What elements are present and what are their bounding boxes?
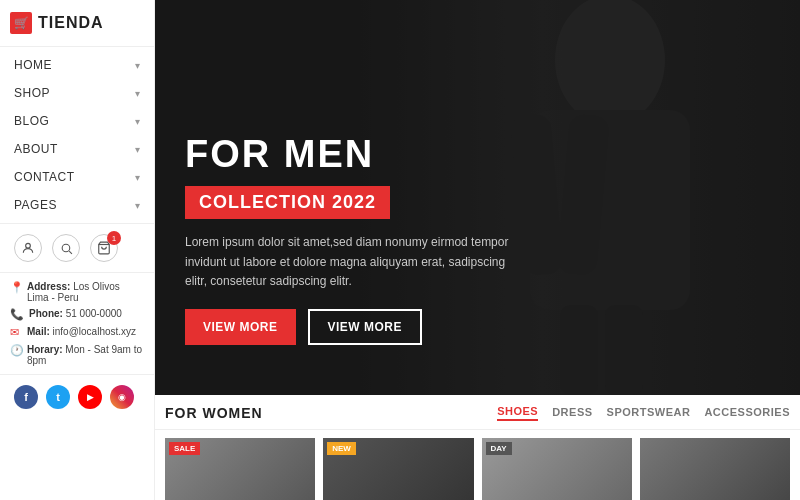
icon-bar: 1 — [0, 224, 154, 273]
phone-row: 📞 Phone: 51 000-0000 — [10, 308, 144, 321]
search-icon-button[interactable] — [52, 234, 80, 262]
product-thumb-4[interactable] — [640, 438, 790, 500]
chevron-down-icon: ▾ — [135, 88, 141, 99]
hero-collection-badge: COLLECTION 2022 — [185, 186, 390, 219]
logo-text: TIENDA — [38, 14, 104, 32]
nav-item-about[interactable]: ABOUT ▾ — [0, 135, 154, 163]
instagram-icon[interactable]: ◉ — [110, 385, 134, 409]
product-thumb-3[interactable]: DAY — [482, 438, 632, 500]
nav-item-home[interactable]: HOME ▾ — [0, 51, 154, 79]
user-icon-button[interactable] — [14, 234, 42, 262]
main-content: FOR MEN COLLECTION 2022 Lorem ipsum dolo… — [155, 0, 800, 500]
hero-description: Lorem ipsum dolor sit amet,sed diam nonu… — [185, 233, 525, 291]
day-badge-3: DAY — [486, 442, 512, 455]
product-thumb-2[interactable]: NEW — [323, 438, 473, 500]
hero-view-more-button-2[interactable]: VIEW MORE — [308, 309, 423, 345]
chevron-down-icon: ▾ — [135, 116, 141, 127]
mail-icon: ✉ — [10, 326, 22, 339]
nav-item-pages[interactable]: PAGES ▾ — [0, 191, 154, 219]
svg-line-2 — [69, 251, 72, 254]
svg-point-0 — [26, 243, 31, 248]
svg-point-1 — [62, 244, 70, 252]
women-section: FOR WOMEN SHOES DRESS SPORTSWEAR ACCESSO… — [155, 395, 800, 500]
twitter-icon[interactable]: t — [46, 385, 70, 409]
tab-sportswear[interactable]: SPORTSWEAR — [607, 406, 691, 420]
facebook-icon[interactable]: f — [14, 385, 38, 409]
nav-item-shop[interactable]: SHOP ▾ — [0, 79, 154, 107]
clock-icon: 🕐 — [10, 344, 22, 357]
hero-title: FOR MEN — [185, 133, 525, 176]
horary-row: 🕐 Horary: Mon - Sat 9am to 8pm — [10, 344, 144, 366]
chevron-down-icon: ▾ — [135, 144, 141, 155]
nav-item-blog[interactable]: BLOG ▾ — [0, 107, 154, 135]
cart-badge: 1 — [107, 231, 121, 245]
sale-badge-1: SALE — [169, 442, 200, 455]
nav-menu: HOME ▾ SHOP ▾ BLOG ▾ ABOUT ▾ CONTACT ▾ P… — [0, 47, 154, 224]
hero-content: FOR MEN COLLECTION 2022 Lorem ipsum dolo… — [185, 133, 525, 345]
contact-info-block: 📍 Address: Los Olivos Lima - Peru 📞 Phon… — [0, 273, 154, 375]
address-row: 📍 Address: Los Olivos Lima - Peru — [10, 281, 144, 303]
logo-area: 🛒 TIENDA — [0, 0, 154, 47]
tab-dress[interactable]: DRESS — [552, 406, 592, 420]
youtube-icon[interactable]: ▶ — [78, 385, 102, 409]
social-bar: f t ▶ ◉ — [0, 375, 154, 419]
section-title: FOR WOMEN — [165, 405, 263, 421]
sidebar: 🛒 TIENDA HOME ▾ SHOP ▾ BLOG ▾ ABOUT ▾ CO… — [0, 0, 155, 500]
mail-row: ✉ Mail: info@localhost.xyz — [10, 326, 144, 339]
nav-item-contact[interactable]: CONTACT ▾ — [0, 163, 154, 191]
address-icon: 📍 — [10, 281, 22, 294]
phone-icon: 📞 — [10, 308, 24, 321]
chevron-down-icon: ▾ — [135, 172, 141, 183]
tab-shoes[interactable]: SHOES — [497, 405, 538, 421]
category-tabs: SHOES DRESS SPORTSWEAR ACCESSORIES — [497, 405, 790, 421]
product-thumb-1[interactable]: SALE — [165, 438, 315, 500]
hero-buttons: VIEW MORE VIEW MORE — [185, 309, 525, 345]
tab-accessories[interactable]: ACCESSORIES — [704, 406, 790, 420]
product-row: SALE NEW DAY — [155, 430, 800, 500]
chevron-down-icon: ▾ — [135, 200, 141, 211]
hero-view-more-button-1[interactable]: VIEW MORE — [185, 309, 296, 345]
logo-icon: 🛒 — [10, 12, 32, 34]
hero-banner: FOR MEN COLLECTION 2022 Lorem ipsum dolo… — [155, 0, 800, 395]
cart-icon-button[interactable]: 1 — [90, 234, 118, 262]
section-header: FOR WOMEN SHOES DRESS SPORTSWEAR ACCESSO… — [155, 405, 800, 430]
new-badge-2: NEW — [327, 442, 356, 455]
chevron-down-icon: ▾ — [135, 60, 141, 71]
